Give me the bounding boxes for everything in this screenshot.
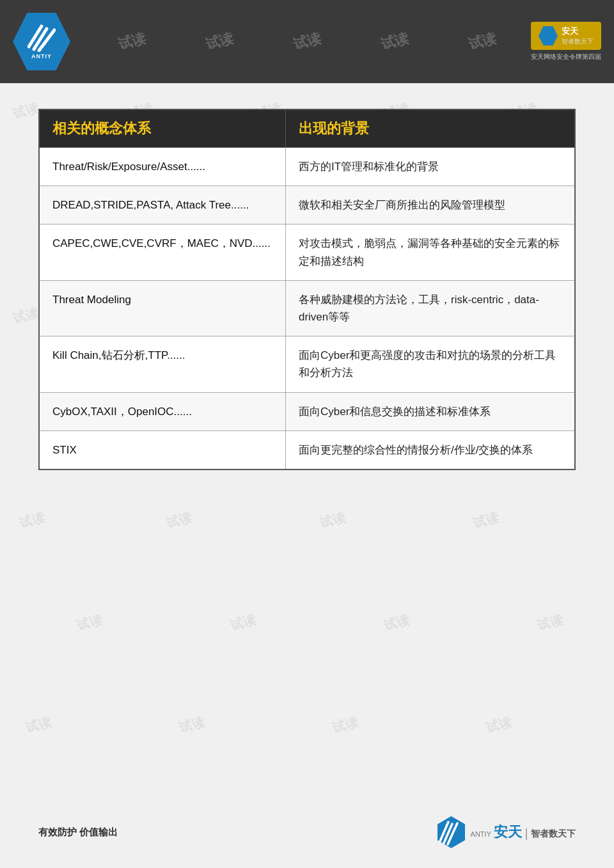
table-row: DREAD,STRIDE,PASTA, Attack Tree......微软和…: [39, 186, 575, 225]
table-cell-left: CAPEC,CWE,CVE,CVRF，MAEC，NVD......: [39, 225, 285, 280]
footer-left-text: 有效防护 价值输出: [38, 826, 118, 839]
table-cell-right: 微软和相关安全厂商所推出的风险管理模型: [285, 186, 575, 225]
header-right-icon: [539, 26, 558, 45]
table-header-col1: 相关的概念体系: [39, 109, 285, 148]
header-subtitle: 安天网络安全令牌第四届: [531, 52, 601, 61]
table-row: Threat/Risk/Exposure/Asset......西方的IT管理和…: [39, 148, 575, 186]
footer-brand-prefix: ANTIY: [471, 830, 491, 838]
main-content: 相关的概念体系 出现的背景 Threat/Risk/Exposure/Asset…: [0, 83, 614, 496]
table-cell-left: STIX: [39, 430, 285, 470]
logo-text: ANTIY: [31, 53, 52, 59]
footer-brand-secondary: 智者数天下: [526, 828, 576, 840]
concept-table: 相关的概念体系 出现的背景 Threat/Risk/Exposure/Asset…: [38, 109, 576, 470]
table-cell-right: 面向Cyber和信息交换的描述和标准体系: [285, 392, 575, 430]
footer: 有效防护 价值输出 ANTIY 安天 智者数天下: [0, 816, 614, 849]
table-cell-left: Threat/Risk/Exposure/Asset......: [39, 148, 285, 186]
svg-line-0: [29, 26, 42, 47]
table-row: Kill Chain,钻石分析,TTP......面向Cyber和更高强度的攻击…: [39, 336, 575, 392]
table-cell-right: 面向Cyber和更高强度的攻击和对抗的场景的分析工具和分析方法: [285, 336, 575, 392]
header-right: 安天 智者数天下 安天网络安全令牌第四届: [531, 22, 601, 61]
header-brand-sub: 智者数天下: [562, 37, 594, 46]
header-watermarks: 试读 试读 试读 试读 试读 试读 试读: [0, 0, 614, 83]
table-cell-right: 西方的IT管理和标准化的背景: [285, 148, 575, 186]
table-cell-right: 各种威胁建模的方法论，工具，risk-centric，data-driven等等: [285, 280, 575, 336]
table-cell-left: Threat Modeling: [39, 280, 285, 336]
svg-marker-3: [437, 816, 465, 848]
table-cell-right: 面向更完整的综合性的情报分析/作业/交换的体系: [285, 430, 575, 470]
table-row: CAPEC,CWE,CVE,CVRF，MAEC，NVD......对攻击模式，脆…: [39, 225, 575, 280]
footer-logo-icon: [437, 816, 466, 849]
footer-brand-main: 安天: [494, 823, 522, 842]
header: 试读 试读 试读 试读 试读 试读 试读 ANTIY 安天 智者数天下 安天网络…: [0, 0, 614, 83]
header-right-logo: 安天 智者数天下: [531, 22, 601, 50]
table-cell-left: Kill Chain,钻石分析,TTP......: [39, 336, 285, 392]
header-brand-main: 安天: [562, 26, 594, 37]
table-row: Threat Modeling各种威胁建模的方法论，工具，risk-centri…: [39, 280, 575, 336]
table-cell-left: DREAD,STRIDE,PASTA, Attack Tree......: [39, 186, 285, 225]
table-header-col2: 出现的背景: [285, 109, 575, 148]
table-cell-left: CybOX,TAXII，OpenIOC......: [39, 392, 285, 430]
table-row: STIX面向更完整的综合性的情报分析/作业/交换的体系: [39, 430, 575, 470]
logo: ANTIY: [13, 13, 70, 70]
table-row: CybOX,TAXII，OpenIOC......面向Cyber和信息交换的描述…: [39, 392, 575, 430]
footer-right: ANTIY 安天 智者数天下: [437, 816, 576, 849]
table-cell-right: 对攻击模式，脆弱点，漏洞等各种基础的安全元素的标定和描述结构: [285, 225, 575, 280]
logo-icon: [28, 24, 56, 52]
